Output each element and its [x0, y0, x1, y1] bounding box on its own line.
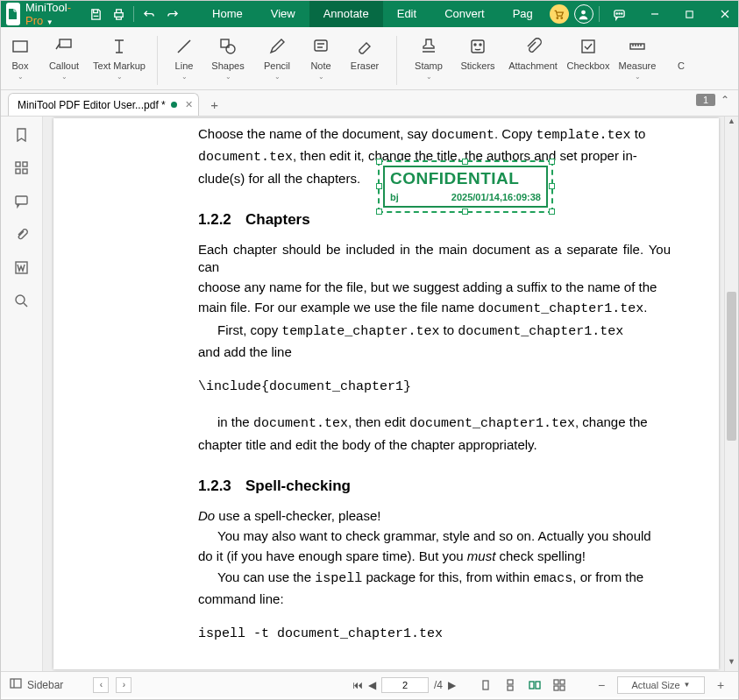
menu-convert[interactable]: Convert — [430, 1, 499, 27]
svg-rect-30 — [529, 682, 534, 689]
page-total: /4 — [434, 679, 443, 691]
menu-home[interactable]: Home — [198, 1, 257, 27]
stickers-button[interactable]: Stickers — [453, 32, 502, 80]
status-bar: Sidebar ‹ › ⏮ ◀ /4 ▶ − Actual Size▼ + — [1, 671, 738, 697]
next-page-button[interactable]: › — [116, 677, 131, 693]
view-facing-icon[interactable] — [526, 677, 544, 693]
tab-close-icon[interactable]: ✕ — [185, 99, 193, 110]
tab-label: MiniTool PDF Editor User...pdf * — [18, 99, 166, 111]
word-icon[interactable] — [13, 258, 31, 276]
svg-rect-0 — [114, 12, 122, 17]
svg-point-1 — [557, 17, 558, 18]
zoom-select[interactable]: Actual Size▼ — [617, 676, 705, 694]
page-input[interactable] — [381, 677, 429, 693]
menu-annotate[interactable]: Annotate — [309, 1, 383, 27]
app-name: MiniTool-Pro ▼ — [25, 1, 71, 27]
sidebar-toggle-icon[interactable] — [10, 677, 22, 692]
tab-bar: MiniTool PDF Editor User...pdf * ✕ + 1 ⌃ — [1, 90, 738, 117]
page-next-icon[interactable]: ▶ — [448, 679, 456, 691]
title-bar: MiniTool-Pro ▼ Home View Annotate Edit C… — [1, 1, 738, 27]
svg-point-2 — [561, 17, 563, 18]
svg-point-16 — [480, 44, 481, 46]
print-icon[interactable] — [108, 4, 129, 25]
collapse-ribbon-icon[interactable]: ⌃ — [721, 94, 729, 106]
svg-rect-34 — [554, 686, 558, 690]
attachments-icon[interactable] — [13, 225, 31, 243]
svg-rect-27 — [483, 681, 488, 689]
stamp-date: 2025/01/14,16:09:38 — [451, 192, 541, 202]
ribbon: Box⌄ Callout⌄ Text Markup⌄ Line⌄ Shapes⌄… — [1, 27, 738, 90]
svg-rect-17 — [582, 40, 594, 53]
zoom-out-button[interactable]: − — [593, 677, 610, 693]
redo-icon[interactable] — [161, 4, 182, 25]
box-button[interactable]: Box⌄ — [1, 32, 39, 80]
shapes-button[interactable]: Shapes⌄ — [203, 32, 252, 80]
save-icon[interactable] — [85, 4, 106, 25]
undo-icon[interactable] — [139, 4, 160, 25]
comments-icon[interactable] — [13, 192, 31, 209]
confidential-stamp[interactable]: CONFIDENTIAL bj2025/01/14,16:09:38 — [378, 160, 553, 213]
svg-point-3 — [581, 10, 586, 14]
bookmark-icon[interactable] — [13, 125, 31, 143]
scroll-thumb[interactable] — [727, 292, 736, 441]
svg-point-12 — [226, 45, 235, 53]
thumbnails-icon[interactable] — [13, 159, 31, 176]
vertical-scrollbar[interactable]: ▲ ▼ — [724, 117, 738, 671]
callout-button[interactable]: Callout⌄ — [39, 32, 89, 80]
svg-rect-13 — [315, 40, 327, 51]
feedback-icon[interactable] — [602, 1, 637, 27]
page-prev-icon[interactable]: ◀ — [368, 679, 376, 691]
zoom-in-button[interactable]: + — [712, 677, 729, 693]
workspace: Choose the name of the document, say doc… — [1, 117, 738, 671]
svg-rect-32 — [554, 680, 558, 684]
view-facing-cont-icon[interactable] — [551, 677, 568, 693]
search-icon[interactable] — [13, 292, 31, 309]
prev-page-button[interactable]: ‹ — [93, 677, 109, 693]
menu-page[interactable]: Pag — [499, 1, 547, 27]
svg-rect-22 — [23, 169, 27, 173]
user-icon[interactable] — [574, 4, 593, 24]
minimize-icon[interactable] — [637, 1, 672, 27]
c-button[interactable]: C — [662, 32, 700, 80]
scroll-down-icon[interactable]: ▼ — [725, 657, 738, 671]
pencil-button[interactable]: Pencil⌄ — [252, 32, 302, 80]
view-continuous-icon[interactable] — [501, 677, 519, 693]
svg-rect-8 — [686, 11, 693, 17]
scroll-up-icon[interactable]: ▲ — [725, 117, 738, 131]
text-markup-button[interactable]: Text Markup⌄ — [89, 32, 150, 80]
close-icon[interactable] — [707, 1, 739, 27]
svg-rect-35 — [560, 686, 565, 690]
maximize-icon[interactable] — [672, 1, 707, 27]
svg-rect-21 — [16, 169, 20, 173]
checkbox-button[interactable]: Checkbox — [564, 32, 613, 80]
first-page-icon[interactable]: ⏮ — [352, 679, 363, 691]
attachment-button[interactable]: Attachment — [502, 32, 564, 80]
svg-point-25 — [16, 295, 25, 304]
view-single-icon[interactable] — [477, 677, 494, 693]
menu-view[interactable]: View — [257, 1, 309, 27]
note-button[interactable]: Note⌄ — [302, 32, 340, 80]
eraser-button[interactable]: Eraser — [340, 32, 389, 80]
svg-rect-23 — [16, 196, 27, 204]
svg-rect-14 — [472, 40, 484, 53]
line-button[interactable]: Line⌄ — [165, 32, 203, 80]
document-tab[interactable]: MiniTool PDF Editor User...pdf * ✕ — [8, 93, 199, 116]
svg-rect-29 — [508, 686, 513, 690]
stamp-title: CONFIDENTIAL — [390, 169, 541, 188]
svg-point-7 — [622, 13, 622, 14]
document-viewport: Choose the name of the document, say doc… — [43, 117, 738, 671]
menu-edit[interactable]: Edit — [383, 1, 430, 27]
measure-button[interactable]: Measure⌄ — [613, 32, 662, 80]
cart-icon[interactable] — [550, 4, 569, 24]
svg-rect-26 — [11, 679, 21, 688]
svg-rect-9 — [13, 41, 27, 52]
svg-rect-28 — [508, 680, 513, 684]
stamp-user: bj — [390, 192, 399, 202]
stamp-button[interactable]: Stamp⌄ — [404, 32, 453, 80]
svg-rect-33 — [560, 680, 565, 684]
modified-dot-icon — [171, 102, 177, 108]
svg-point-5 — [616, 13, 617, 14]
side-panel — [1, 117, 43, 671]
new-tab-button[interactable]: + — [206, 95, 224, 113]
svg-rect-20 — [23, 162, 27, 166]
